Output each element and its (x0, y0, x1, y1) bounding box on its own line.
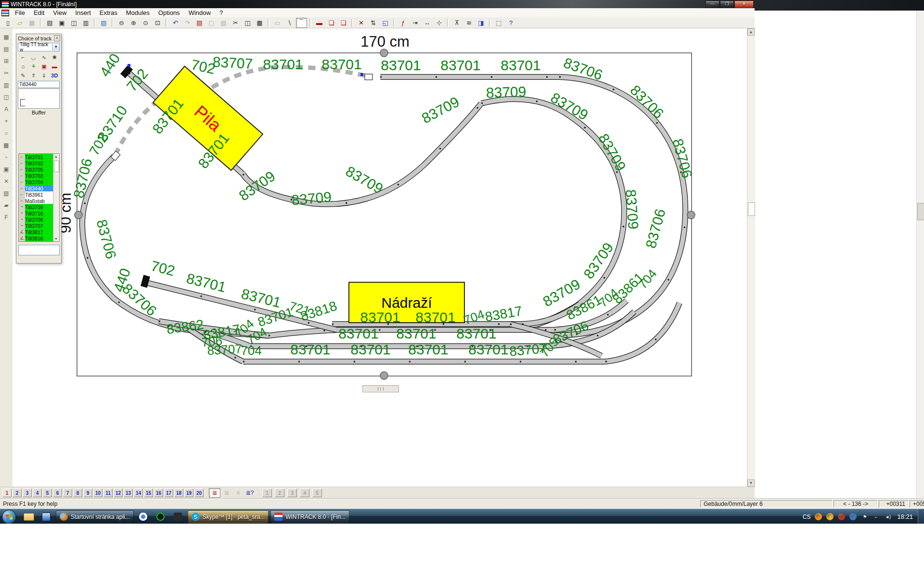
context-help-icon[interactable]: ? (505, 18, 516, 28)
layer-remove-icon[interactable]: ≣ (221, 489, 232, 497)
page-tab-18[interactable]: 18 (174, 489, 183, 497)
part-list-item[interactable]: ⌐Ti83440 (19, 185, 53, 191)
clock[interactable]: 18:21 (897, 513, 913, 520)
plus-icon[interactable]: + (1, 116, 11, 126)
part-list-item[interactable]: ⌐Ti83961 (19, 191, 53, 198)
tray-avast-icon[interactable] (815, 513, 822, 520)
tray-volume-icon[interactable]: ◄) (884, 513, 891, 520)
print-pages-icon[interactable]: ◫ (68, 18, 79, 28)
part-list-item[interactable]: ~Ti83710 (19, 210, 53, 216)
menu-extras[interactable]: Extras (95, 9, 122, 16)
erase-icon[interactable]: ▧ (218, 18, 229, 28)
page-tab-13[interactable]: 13 (124, 489, 133, 497)
track-straight-icon[interactable]: ⌐ (18, 53, 28, 62)
select-box-icon[interactable]: ⬚ (493, 18, 504, 28)
delete-icon[interactable]: ✕ (1, 176, 11, 186)
small-box-icon[interactable]: ▫ (1, 152, 11, 162)
table-icon[interactable]: ▤ (1, 44, 11, 53)
page-tab-5[interactable]: 5 (43, 489, 52, 497)
turntable-icon[interactable]: ✺ (49, 53, 60, 62)
part-list-item[interactable]: ~Ti83707 (19, 223, 53, 229)
part-list-item[interactable]: ⌐Ti83701 (19, 154, 53, 160)
switch-flip-icon[interactable]: ⇅ (368, 18, 379, 28)
part-list-item[interactable]: ⌐Ti83703 (19, 173, 53, 179)
panel-yellow-icon[interactable]: ▣ (39, 62, 50, 71)
move-down-icon[interactable]: ⇓ (39, 71, 50, 80)
tray-updater-1-icon[interactable]: 1 (826, 513, 834, 520)
taskbar-window-wintrack[interactable]: WINTRACK 8.0 - [Fin... (270, 510, 349, 523)
resize-handle[interactable] (380, 49, 388, 57)
layer-add-icon[interactable]: ≡ (233, 489, 244, 497)
hatch-icon[interactable]: ▩ (1, 140, 11, 150)
figures-icon[interactable]: ⚘ (28, 62, 39, 71)
canvas-hscrollbar[interactable] (362, 385, 399, 392)
resize-handle[interactable] (75, 211, 82, 219)
chrome-icon[interactable] (137, 511, 150, 523)
canvas-vscrollbar[interactable]: ▲ ▼ (747, 28, 755, 487)
copy-icon[interactable]: ◫ (242, 18, 253, 28)
page-tab-17[interactable]: 17 (164, 489, 173, 497)
shade-icon[interactable]: ▧ (1, 188, 11, 198)
scrollbar-thumb[interactable] (748, 202, 755, 216)
explorer-folder-icon[interactable] (23, 511, 35, 523)
part-number-field[interactable]: Ti83440 (18, 81, 60, 88)
page-tab-6[interactable]: 6 (53, 489, 62, 497)
track-red-icon[interactable]: ▬ (49, 62, 60, 71)
zoom-out-icon[interactable]: ⊖ (116, 18, 127, 28)
move-up-icon[interactable]: ⇑ (28, 71, 39, 80)
menu-insert[interactable]: Insert (71, 9, 95, 16)
undo-icon[interactable]: ↶ (170, 18, 181, 28)
person-icon[interactable]: ⊼ (451, 18, 462, 28)
clone-plan-icon[interactable]: ◱ (380, 18, 391, 28)
levels-icon[interactable]: ≋ (463, 18, 475, 28)
part-list-item[interactable]: ~Ti83709 (19, 204, 53, 210)
panel-close-icon[interactable]: x (54, 35, 60, 41)
paste-icon[interactable]: ▦ (254, 18, 265, 28)
measure-icon[interactable]: ▭ (272, 18, 283, 28)
maximize-button[interactable]: ❐ (720, 0, 734, 8)
delete-icon[interactable]: ▢ (206, 18, 217, 28)
app-blue-icon[interactable] (40, 511, 52, 523)
track-stack-icon[interactable]: ❏ (326, 18, 337, 28)
sign-pen-icon[interactable]: ✎ (18, 71, 28, 80)
page-tab-10[interactable]: 10 (93, 489, 103, 497)
plan-icon[interactable]: ⊞ (1, 56, 11, 65)
switch-cross-icon[interactable]: ✕ (356, 18, 367, 28)
text-icon[interactable]: A (1, 104, 11, 113)
green-tool-icon[interactable]: ▣ (1, 164, 11, 174)
minimize-button[interactable]: — (706, 0, 719, 8)
resize-handle[interactable] (380, 372, 388, 379)
print-setup-icon[interactable]: ▤ (44, 18, 55, 28)
building-icon[interactable]: ⌂ (18, 62, 28, 71)
wot-icon[interactable] (172, 511, 184, 523)
page-tab-9[interactable]: 9 (83, 489, 92, 497)
scroll-down-icon[interactable]: ▼ (747, 479, 755, 487)
part-list-icon[interactable]: ▤ (194, 18, 205, 28)
menu-modules[interactable]: Modules (122, 9, 154, 16)
print-icon[interactable]: ▣ (56, 18, 67, 28)
menu-window[interactable]: Window (184, 9, 215, 16)
layers-icon[interactable]: ≣ (209, 488, 220, 498)
menu-options[interactable]: Options (154, 9, 184, 16)
report-icon[interactable]: ▥ (80, 18, 91, 28)
title-bar[interactable]: WINTRACK 8.0 - [Finální] — ❐ ✕ (0, 0, 755, 8)
page-tab-15[interactable]: 15 (144, 489, 153, 497)
close-button[interactable]: ✕ (734, 0, 754, 8)
taskbar-window-firefox[interactable]: Startovní stránka apli... (56, 510, 134, 523)
menu-file[interactable]: File (11, 9, 29, 16)
red-tool-icon[interactable]: ▰ (1, 201, 11, 210)
page-tab-7[interactable]: 7 (63, 489, 72, 497)
fx-icon[interactable]: ƒ (398, 18, 409, 28)
sheet-icon[interactable]: ▥ (1, 80, 11, 89)
scrollbar-thumb[interactable] (54, 161, 59, 172)
part-list-item[interactable]: ⌐Ti83705 (19, 166, 53, 173)
layer-help-icon[interactable]: ≣? (244, 489, 255, 497)
menu-edit[interactable]: Edit (29, 9, 49, 16)
f-tool-icon[interactable]: F (1, 213, 11, 222)
track-system-dropdown[interactable]: Tillig TT track w ▼ (18, 43, 60, 51)
blue-note-icon[interactable]: ◨ (475, 18, 487, 28)
tray-win-update-icon[interactable] (849, 513, 857, 520)
track-plan[interactable]: PilaNádraží44070283701837017028370783701… (13, 28, 747, 487)
part-list-item[interactable]: ~Ti83706 (19, 216, 53, 223)
part-list-item[interactable]: ∠Ti83817 (19, 229, 53, 235)
